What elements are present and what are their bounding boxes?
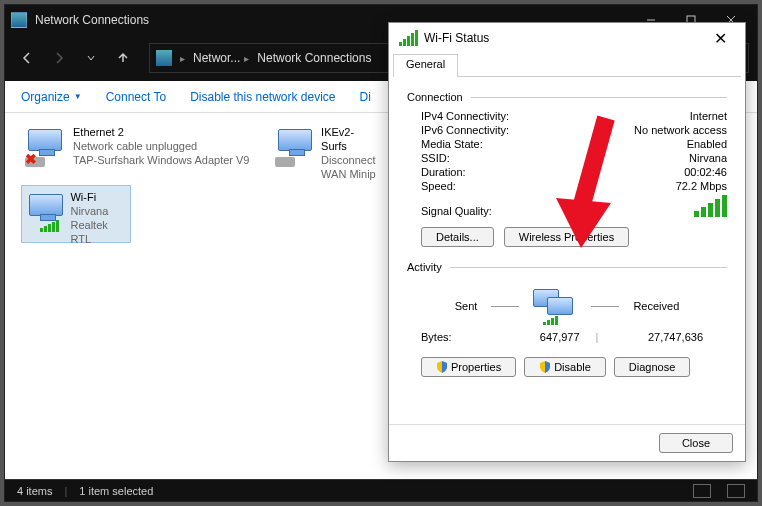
media-value: Enabled: [687, 138, 727, 150]
adapter-name: Ethernet 2: [73, 125, 249, 139]
diagnose-button[interactable]: Diagnose: [614, 357, 690, 377]
chevron-icon: ▸: [180, 53, 185, 64]
shield-icon: [436, 361, 448, 373]
wifi-status-dialog: Wi-Fi Status ✕ General Connection IPv4 C…: [388, 22, 746, 462]
breadcrumb-seg1[interactable]: Networ... ▸: [193, 51, 249, 65]
adapter-item[interactable]: IKEv2-Surfs Disconnect WAN Minip: [271, 121, 381, 179]
wireless-properties-button[interactable]: Wireless Properties: [504, 227, 629, 247]
signal-icon: [399, 30, 418, 46]
dialog-titlebar: Wi-Fi Status ✕: [389, 23, 745, 53]
adapter-device: Realtek RTL: [70, 218, 126, 246]
adapter-device: TAP-Surfshark Windows Adapter V9: [73, 153, 249, 167]
sent-label: Sent: [455, 300, 478, 312]
ssid-label: SSID:: [421, 152, 450, 164]
forward-button[interactable]: [45, 44, 73, 72]
activity-icon: [533, 289, 577, 323]
recent-dropdown[interactable]: [77, 44, 105, 72]
tab-general[interactable]: General: [393, 54, 458, 77]
connection-section: Connection: [407, 91, 727, 103]
status-bar: 4 items | 1 item selected: [5, 479, 757, 501]
back-button[interactable]: [13, 44, 41, 72]
location-icon: [156, 50, 172, 66]
speed-value: 72.2 Mbps: [676, 180, 727, 192]
shield-icon: [539, 361, 551, 373]
adapter-item[interactable]: ✖ Ethernet 2 Network cable unplugged TAP…: [21, 121, 261, 179]
close-dialog-button[interactable]: Close: [659, 433, 733, 453]
activity-section: Activity: [407, 261, 727, 273]
adapter-status: Network cable unplugged: [73, 139, 249, 153]
adapter-name: Wi-Fi: [70, 190, 126, 204]
adapter-icon: [26, 190, 62, 228]
duration-label: Duration:: [421, 166, 466, 178]
ssid-value: Nirvana: [689, 152, 727, 164]
signal-quality-label: Signal Quality:: [421, 205, 492, 217]
adapter-icon: [275, 125, 313, 163]
adapter-status: Disconnect: [321, 153, 377, 167]
dialog-title: Wi-Fi Status: [424, 31, 489, 45]
tiles-view-button[interactable]: [727, 484, 745, 498]
app-icon: [11, 12, 27, 28]
adapter-name: IKEv2-Surfs: [321, 125, 377, 153]
ipv4-label: IPv4 Connectivity:: [421, 110, 509, 122]
adapter-status: Nirvana: [70, 204, 126, 218]
details-button[interactable]: Details...: [421, 227, 494, 247]
received-label: Received: [633, 300, 679, 312]
duration-value: 00:02:46: [684, 166, 727, 178]
details-view-button[interactable]: [693, 484, 711, 498]
disable-device-button[interactable]: Disable this network device: [190, 90, 335, 104]
up-button[interactable]: [109, 44, 137, 72]
bytes-sent-value: 647,977: [481, 331, 590, 343]
signal-bars-icon: [694, 195, 727, 217]
bytes-label: Bytes:: [421, 331, 481, 343]
media-label: Media State:: [421, 138, 483, 150]
disable-button[interactable]: Disable: [524, 357, 606, 377]
bytes-recv-value: 27,747,636: [604, 331, 713, 343]
dialog-close-button[interactable]: ✕: [706, 25, 735, 52]
window-title: Network Connections: [35, 13, 149, 27]
properties-button[interactable]: Properties: [421, 357, 516, 377]
breadcrumb-seg2[interactable]: Network Connections: [257, 51, 371, 65]
ipv6-value: No network access: [634, 124, 727, 136]
adapter-device: WAN Minip: [321, 167, 377, 181]
organize-menu[interactable]: Organize ▼: [21, 90, 82, 104]
ipv6-label: IPv6 Connectivity:: [421, 124, 509, 136]
ipv4-value: Internet: [690, 110, 727, 122]
speed-label: Speed:: [421, 180, 456, 192]
adapter-icon: ✖: [25, 125, 65, 163]
selection-count: 1 item selected: [79, 485, 153, 497]
diagnose-button-truncated[interactable]: Di: [360, 90, 371, 104]
item-count: 4 items: [17, 485, 52, 497]
connect-to-button[interactable]: Connect To: [106, 90, 167, 104]
tab-strip: General: [393, 53, 741, 77]
adapter-item-selected[interactable]: Wi-Fi Nirvana Realtek RTL: [21, 185, 131, 243]
